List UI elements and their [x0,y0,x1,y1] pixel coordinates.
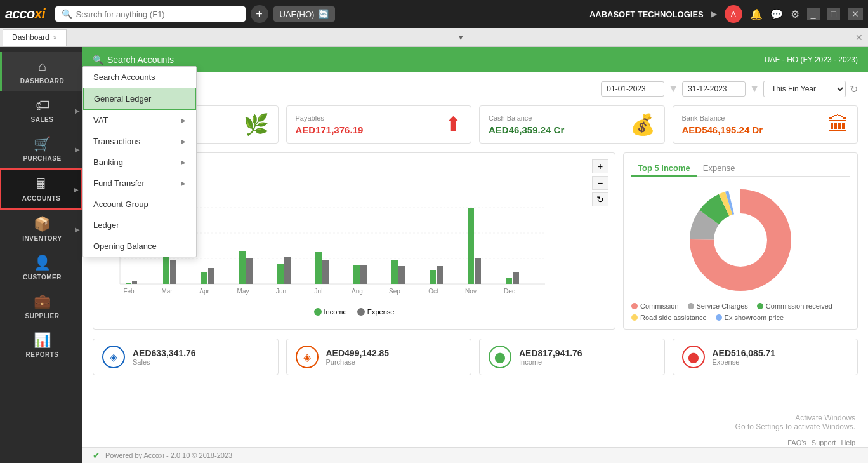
receivable-icon: 🌿 [244,112,269,137]
bank-balance-card[interactable]: Bank Balance AED546,195.24 Dr 🏛 [673,105,858,144]
payables-card[interactable]: Payables AED171,376.19 ⬆ [286,105,472,144]
search-input[interactable] [76,10,228,19]
sidebar-item-accounts[interactable]: 🖩 ACCOUNTS ▶ [0,168,82,210]
period-select[interactable]: This Fin Year This Month Last Month Cust… [763,81,846,97]
date-from-input[interactable] [601,81,664,97]
inventory-arrow-icon: ▶ [75,225,80,232]
svg-rect-13 [277,264,284,284]
fund-transfer-arrow-icon: ▶ [181,180,186,187]
menu-general-ledger[interactable]: General Ledger [83,88,196,110]
menu-transactions[interactable]: Transactions ▶ [83,131,196,152]
expense-card-icon: ⬤ [682,346,705,368]
svg-text:Jul: Jul [315,288,323,295]
chart-zoom-in[interactable]: + [592,159,608,173]
svg-rect-26 [513,272,519,284]
support-link[interactable]: Support [812,439,836,446]
service-charges-dot [688,303,694,309]
ex-showroom-dot [716,314,722,321]
sidebar-label-customer: CUSTOMER [23,274,62,281]
sidebar-item-sales[interactable]: 🏷 SALES ▶ [0,91,82,130]
sidebar-item-supplier[interactable]: 💼 SUPPLIER [0,287,82,326]
commission-dot [631,303,638,309]
legend-ex-showroom: Ex showroom price [716,314,784,321]
inventory-icon: 📦 [34,216,51,232]
svg-rect-21 [430,270,436,284]
svg-rect-24 [475,258,481,284]
company-refresh-icon[interactable]: 🔄 [318,9,329,19]
sidebar-item-dashboard[interactable]: ⌂ DASHBOARD [0,52,82,91]
company-selector[interactable]: UAE(HO) 🔄 [273,6,336,22]
income-legend: Income [314,308,347,316]
menu-account-group[interactable]: Account Group [83,194,196,215]
expense-card[interactable]: ⬤ AED516,085.71 Expense [673,339,858,375]
dashboard-tab[interactable]: Dashboard × [3,29,67,46]
search-accounts-label[interactable]: Search Accounts [107,55,174,65]
sidebar-item-purchase[interactable]: 🛒 PURCHASE ▶ [0,130,82,168]
minimize-button[interactable]: _ [807,8,820,20]
settings-icon[interactable]: ⚙ [791,8,799,20]
menu-search-accounts[interactable]: Search Accounts [83,67,196,88]
content-header: 🔍 Search Accounts UAE - HO (FY 2023 - 20… [82,47,868,72]
faq-link[interactable]: FAQ's [787,439,806,446]
transactions-arrow-icon: ▶ [181,138,186,145]
cash-balance-card[interactable]: Cash Balance AED46,359.24 Cr 💰 [479,105,665,144]
purchase-card[interactable]: ◈ AED499,142.85 Purchase [286,339,472,375]
income-card-label: Income [519,358,582,366]
user-avatar[interactable]: A [725,5,742,23]
expense-dot [357,308,365,316]
chart-refresh[interactable]: ↻ [592,192,608,206]
tab-expand-icon[interactable]: ✕ [855,32,863,43]
refresh-button[interactable]: ↻ [850,83,858,95]
svg-text:Mar: Mar [161,288,173,295]
bank-balance-value: AED546,195.24 Dr [682,124,763,135]
chat-icon[interactable]: 💬 [770,8,783,20]
chart-controls: + − ↻ [592,159,608,206]
date-to-input[interactable] [682,81,746,97]
footer-text: Powered by Accoxi - 2.0.10 © 2018-2023 [105,452,232,459]
tab-expense[interactable]: Expense [697,161,742,177]
reports-icon: 📊 [34,332,51,349]
legend-commission: Commission [631,302,679,310]
footer: ✔ Powered by Accoxi - 2.0.10 © 2018-2023 [82,447,868,463]
svg-text:Feb: Feb [123,288,135,295]
dashboard-title-row: Dashboard ▼ ▼ This Fin Year This Month L… [93,80,858,98]
menu-vat[interactable]: VAT ▶ [83,110,196,131]
banking-arrow-icon: ▶ [181,159,186,166]
svg-rect-7 [163,255,169,284]
global-search-bar[interactable]: 🔍 [55,6,246,22]
tab-arrow-icon[interactable]: ▼ [453,33,468,42]
chart-zoom-out[interactable]: − [592,176,608,190]
maximize-button[interactable]: □ [827,8,840,20]
menu-banking[interactable]: Banking ▶ [83,152,196,173]
add-button[interactable]: + [251,5,268,23]
tab-top-income[interactable]: Top 5 Income [631,161,697,177]
sidebar-label-dashboard: DASHBOARD [20,77,65,84]
menu-ledger[interactable]: Ledger [83,215,196,236]
menu-opening-balance[interactable]: Opening Balance [83,236,196,257]
purchase-arrow-icon: ▶ [75,145,80,152]
sidebar-item-inventory[interactable]: 📦 INVENTORY ▶ [0,210,82,248]
close-button[interactable]: ✕ [848,8,863,20]
ex-showroom-label: Ex showroom price [725,314,784,321]
banking-label: Banking [93,158,123,167]
search-accounts-menu-label: Search Accounts [93,72,155,82]
sales-card-label: Sales [133,358,196,366]
sidebar-item-reports[interactable]: 📊 REPORTS [0,326,82,365]
bell-icon[interactable]: 🔔 [750,8,763,20]
income-card[interactable]: ⬤ AED817,941.76 Income [479,339,665,375]
help-link[interactable]: Help [841,439,855,446]
purchase-card-label: Purchase [326,358,390,366]
dashboard-icon: ⌂ [38,58,46,75]
sidebar-item-customer[interactable]: 👤 CUSTOMER [0,248,82,287]
app-logo: accoxi [5,6,45,22]
vat-label: VAT [93,116,108,125]
sales-arrow-icon: ▶ [75,107,80,114]
sidebar-label-reports: REPORTS [26,351,59,358]
legend-service-charges: Service Charges [688,302,748,310]
date-to-arrow: ▼ [749,83,760,95]
sales-card[interactable]: ◈ AED633,341.76 Sales [93,339,279,375]
menu-fund-transfer[interactable]: Fund Transfer ▶ [83,173,196,194]
svg-rect-11 [239,251,246,284]
svg-rect-5 [126,283,131,284]
tab-close-icon[interactable]: × [53,34,57,41]
